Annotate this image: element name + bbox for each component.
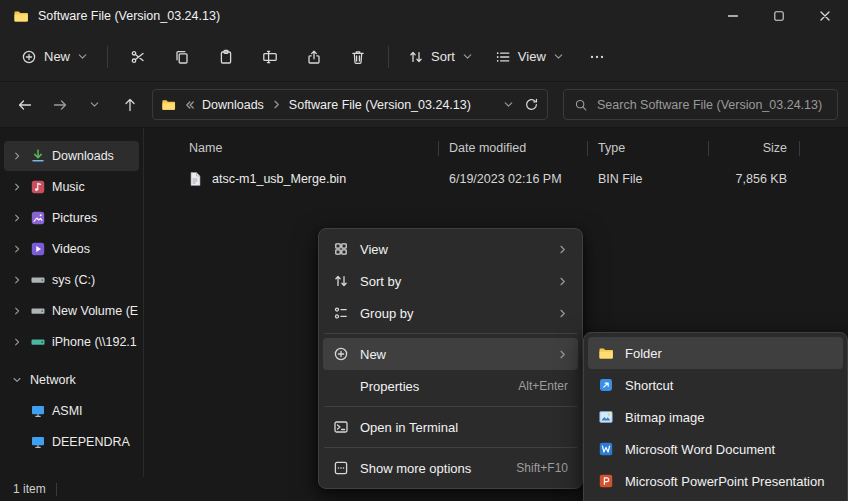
- chevron-right-icon[interactable]: [10, 306, 24, 316]
- shortcut-icon: [598, 377, 614, 393]
- column-header-date-modified[interactable]: Date modified: [439, 134, 587, 162]
- column-header-name[interactable]: Name: [144, 134, 438, 162]
- menu-item-label: Microsoft PowerPoint Presentation: [625, 474, 824, 489]
- close-button[interactable]: [802, 0, 848, 32]
- back-icon: [17, 97, 33, 113]
- column-headers: Name Date modified Type Size: [144, 134, 848, 162]
- paste-button[interactable]: [204, 40, 248, 74]
- chevron-right-icon[interactable]: [10, 275, 24, 285]
- chevron-right-icon[interactable]: [10, 151, 24, 161]
- sidebar-item-network[interactable]: Network: [4, 365, 139, 395]
- chevron-right-icon[interactable]: [10, 213, 24, 223]
- submenu-item-word-document[interactable]: Microsoft Word Document: [588, 433, 843, 465]
- refresh-icon[interactable]: [524, 97, 539, 112]
- new-button[interactable]: New: [10, 42, 99, 72]
- search-input[interactable]: [597, 98, 827, 112]
- status-separator: [56, 483, 57, 496]
- new-submenu: Folder Shortcut Bitmap image Microsoft W…: [583, 332, 848, 501]
- folder-icon: [161, 97, 176, 112]
- menu-item-label: Group by: [360, 306, 413, 321]
- sort-button[interactable]: Sort: [397, 42, 484, 72]
- sidebar-item-pictures[interactable]: Pictures: [4, 203, 139, 233]
- chevron-right-icon: [557, 276, 568, 287]
- recent-locations-button[interactable]: [78, 89, 111, 121]
- context-menu-item-show-more-options[interactable]: Show more options Shift+F10: [323, 452, 578, 484]
- share-button[interactable]: [292, 40, 336, 74]
- context-menu-item-view[interactable]: View: [323, 233, 578, 265]
- sidebar-item-label: ASMI: [52, 404, 83, 418]
- sidebar-item-sys-c[interactable]: sys (C:): [4, 265, 139, 295]
- file-type: BIN File: [588, 162, 709, 196]
- menu-item-label: Folder: [625, 346, 662, 361]
- view-icon: [495, 49, 511, 65]
- menu-item-label: Bitmap image: [625, 410, 704, 425]
- submenu-item-folder[interactable]: Folder: [588, 337, 843, 369]
- see-more-button[interactable]: [575, 40, 619, 74]
- more-options-icon: [333, 460, 349, 476]
- address-bar[interactable]: Downloads Software File (Version_03.24.1…: [152, 89, 548, 120]
- maximize-button[interactable]: [756, 0, 802, 32]
- chevron-down-icon: [553, 51, 564, 62]
- menu-item-label: Properties: [360, 379, 419, 394]
- terminal-icon: [333, 419, 349, 435]
- breadcrumb-current-folder[interactable]: Software File (Version_03.24.13): [289, 98, 471, 112]
- up-button[interactable]: [113, 89, 146, 121]
- chevron-right-icon[interactable]: [10, 182, 24, 192]
- sidebar-item-label: Network: [30, 373, 76, 387]
- view-grid-icon: [333, 241, 349, 257]
- cut-button[interactable]: [116, 40, 160, 74]
- back-button[interactable]: [8, 89, 41, 121]
- column-separator[interactable]: [799, 141, 800, 156]
- forward-icon: [52, 97, 68, 113]
- breadcrumb-overflow-icon[interactable]: [183, 99, 195, 111]
- sidebar-item-iphone[interactable]: iPhone (\\192.1: [4, 327, 139, 357]
- up-icon: [122, 97, 138, 113]
- submenu-item-shortcut[interactable]: Shortcut: [588, 369, 843, 401]
- sidebar-item-label: Music: [52, 180, 85, 194]
- rename-button[interactable]: [248, 40, 292, 74]
- new-plus-icon: [333, 346, 349, 362]
- column-header-size[interactable]: Size: [709, 134, 799, 162]
- search-icon: [574, 98, 588, 112]
- drive-icon: [30, 334, 46, 350]
- menu-item-label: Shortcut: [625, 378, 673, 393]
- chevron-right-icon[interactable]: [271, 99, 282, 110]
- view-button[interactable]: View: [484, 42, 575, 72]
- chevron-right-icon[interactable]: [10, 244, 24, 254]
- context-menu-item-open-in-terminal[interactable]: Open in Terminal: [323, 411, 578, 443]
- chevron-down-icon[interactable]: [10, 375, 24, 385]
- context-menu-item-group-by[interactable]: Group by: [323, 297, 578, 329]
- sidebar-item-asmi[interactable]: ASMI: [4, 396, 139, 426]
- forward-button[interactable]: [43, 89, 76, 121]
- submenu-item-powerpoint-presentation[interactable]: Microsoft PowerPoint Presentation: [588, 465, 843, 497]
- chevron-down-icon: [77, 51, 88, 62]
- music-icon: [30, 179, 46, 195]
- close-icon: [818, 9, 832, 23]
- copy-button[interactable]: [160, 40, 204, 74]
- context-menu-item-sort-by[interactable]: Sort by: [323, 265, 578, 297]
- sidebar-item-downloads[interactable]: Downloads: [4, 141, 139, 171]
- window-controls: [710, 0, 848, 32]
- sidebar-item-videos[interactable]: Videos: [4, 234, 139, 264]
- sidebar-item-music[interactable]: Music: [4, 172, 139, 202]
- videos-icon: [30, 241, 46, 257]
- search-box[interactable]: [563, 89, 838, 120]
- file-name: atsc-m1_usb_Merge.bin: [212, 172, 346, 186]
- submenu-item-bitmap-image[interactable]: Bitmap image: [588, 401, 843, 433]
- sidebar-item-new-volume-e[interactable]: New Volume (E: [4, 296, 139, 326]
- context-menu-item-properties[interactable]: Properties Alt+Enter: [323, 370, 578, 402]
- chevron-right-icon[interactable]: [10, 337, 24, 347]
- column-header-type[interactable]: Type: [588, 134, 708, 162]
- cut-icon: [130, 49, 146, 65]
- sort-icon: [333, 273, 349, 289]
- context-menu-item-new[interactable]: New: [323, 338, 578, 370]
- minimize-button[interactable]: [710, 0, 756, 32]
- menu-item-label: Open in Terminal: [360, 420, 458, 435]
- sidebar-item-deependra[interactable]: DEEPENDRA: [4, 427, 139, 457]
- file-row[interactable]: atsc-m1_usb_Merge.bin 6/19/2023 02:16 PM…: [144, 162, 848, 196]
- menu-item-label: Show more options: [360, 461, 471, 476]
- delete-button[interactable]: [336, 40, 380, 74]
- breadcrumb-downloads[interactable]: Downloads: [202, 98, 264, 112]
- chevron-down-icon[interactable]: [503, 99, 514, 110]
- computer-icon: [30, 403, 46, 419]
